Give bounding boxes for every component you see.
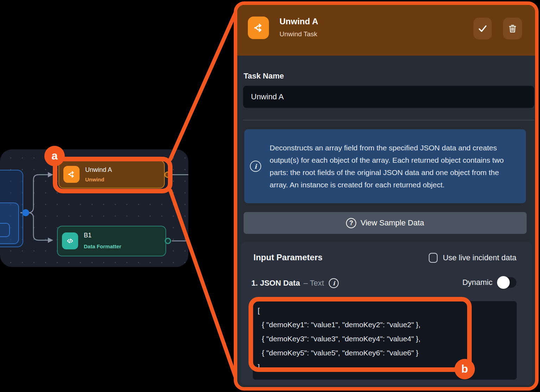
param-name-label: 1. JSON Data xyxy=(251,279,300,288)
trash-icon xyxy=(508,23,517,34)
task-name-input[interactable]: Unwind A xyxy=(243,86,534,108)
divider xyxy=(243,120,534,120)
page-background: { "callouts": { "a_label": "a", "b_label… xyxy=(0,0,540,392)
info-icon: i xyxy=(250,161,261,172)
canvas-node-data-formatter[interactable]: B1 Data Formatter xyxy=(57,226,166,256)
task-description-text: Deconstructs an array field from the spe… xyxy=(270,142,509,191)
toggle-knob xyxy=(497,276,510,289)
param-type-label: – Text xyxy=(303,279,324,288)
task-name-value: Unwind A xyxy=(251,92,284,101)
live-incident-data-label: Use live incident data xyxy=(443,253,516,262)
input-parameters-heading: Input Parameters xyxy=(253,253,322,262)
dynamic-label: Dynamic xyxy=(462,278,492,287)
info-icon[interactable]: i xyxy=(329,278,339,288)
task-name-label: Task Name xyxy=(244,71,284,81)
node-subtitle: Data Formatter xyxy=(84,243,121,249)
annotation-badge-a: a xyxy=(44,146,65,166)
formatter-output-port[interactable] xyxy=(165,238,171,244)
view-sample-data-label: View Sample Data xyxy=(360,218,424,228)
dynamic-toggle[interactable] xyxy=(498,277,516,288)
confirm-button[interactable] xyxy=(473,18,492,39)
annotation-badge-b: b xyxy=(454,359,475,379)
panel-subtitle: Unwind Task xyxy=(280,30,317,38)
check-icon xyxy=(477,23,488,34)
highlight-callout-b xyxy=(249,297,472,372)
json-data-param-label-row: 1. JSON Data – Text i xyxy=(251,278,339,288)
delete-button[interactable] xyxy=(503,18,522,39)
workflow-canvas[interactable]: Unwind A Unwind B1 Data Formatter xyxy=(0,149,188,267)
task-description-box: i Deconstructs an array field from the s… xyxy=(244,129,526,203)
upstream-output-port[interactable] xyxy=(22,209,29,216)
node-title: B1 xyxy=(84,232,92,239)
panel-title: Unwind A xyxy=(280,17,318,26)
live-incident-data-checkbox[interactable] xyxy=(429,253,438,263)
view-sample-data-button[interactable]: ? View Sample Data xyxy=(244,212,527,234)
unwind-split-icon xyxy=(248,17,269,39)
live-incident-data-row: Use live incident data xyxy=(429,253,516,263)
panel-header: Unwind A Unwind Task xyxy=(237,5,535,56)
dynamic-toggle-row: Dynamic xyxy=(462,277,516,288)
highlight-callout-a xyxy=(53,157,172,193)
question-icon: ? xyxy=(346,218,356,228)
code-icon xyxy=(62,232,78,249)
